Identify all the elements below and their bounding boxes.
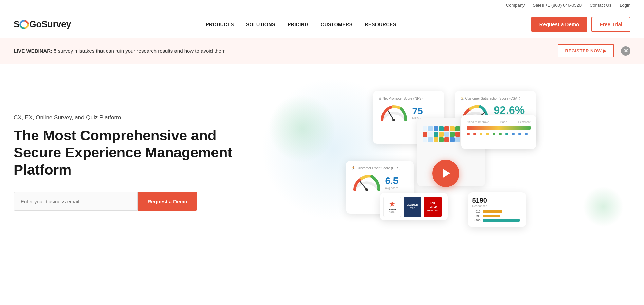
resp-bar-2 [483, 215, 500, 217]
play-triangle-icon [443, 169, 450, 178]
improve-dots-grid [467, 133, 531, 135]
webinar-message: 5 survey mistakes that can ruin your res… [54, 48, 225, 54]
nav-links: PRODUCTS SOLUTIONS PRICING CUSTOMERS RES… [200, 22, 402, 27]
g2-badge: ★ Leader 2020 [383, 197, 401, 217]
register-now-button[interactable]: REGISTER NOW ▶ [558, 44, 614, 57]
responses-card: 5190 Responses 818 790 4400 [468, 192, 526, 227]
play-button-wrap [432, 160, 459, 187]
webinar-right: REGISTER NOW ▶ ✕ [558, 44, 630, 57]
hero-subtitle: CX, EX, Online Survey, and Quiz Platform [14, 114, 244, 121]
capterra-badge: LEADER 2020 [404, 197, 421, 217]
nav-customers[interactable]: CUSTOMERS [315, 22, 359, 27]
nps-icon: ⊕ [379, 97, 381, 100]
pc-badge: PC RATED EXCELLENT [424, 197, 442, 217]
email-input[interactable] [14, 192, 138, 211]
nav-pricing[interactable]: PRICING [281, 22, 315, 27]
csat-icon: 🏃 [460, 97, 464, 100]
improve-card: Need to Improve Good Excellent [461, 115, 536, 149]
response-row-1: 818 [472, 210, 522, 213]
resp-val-2: 790 [472, 214, 481, 218]
responses-label: Responses [472, 204, 522, 208]
blob-green2 [583, 186, 624, 227]
improve-gradient-bar [467, 126, 531, 130]
nps-title: ⊕ Net Promoter Score (NPS) [379, 97, 439, 100]
nps-score: 75 [412, 106, 427, 116]
ces-score: 6.5 [385, 175, 399, 186]
main-nav: S GoSurvey PRODUCTS SOLUTIONS PRICING CU… [0, 11, 644, 38]
dashboard-area: ⊕ Net Promoter Score (NPS) [339, 91, 536, 234]
g2-year-text: 2020 [389, 211, 395, 214]
company-link[interactable]: Company [506, 3, 525, 8]
ces-gauge-wrap: 6.5 avg score [351, 173, 408, 190]
nav-solutions[interactable]: SOLUTIONS [240, 22, 281, 27]
play-button[interactable] [432, 160, 459, 187]
request-demo-button[interactable]: Request a Demo [531, 17, 588, 32]
hero-section: CX, EX, Online Survey, and Quiz Platform… [0, 64, 644, 268]
logo-text: GoSurvey [29, 19, 71, 30]
csat-title: 🏃 Customer Satisfaction Score (CSAT) [460, 97, 531, 100]
nav-products[interactable]: PRODUCTS [200, 22, 240, 27]
hero-title: The Most Comprehensive and Secure Experi… [14, 127, 244, 179]
resp-bar-1 [483, 210, 502, 213]
response-row-2: 790 [472, 214, 522, 218]
svg-point-6 [365, 188, 368, 191]
sales-link[interactable]: Sales +1 (800) 646-0520 [533, 3, 581, 8]
resp-bar-3 [483, 219, 520, 222]
webinar-text: LIVE WEBINAR: 5 survey mistakes that can… [14, 48, 225, 54]
hero-form: Request a Demo [14, 192, 197, 211]
close-banner-button[interactable]: ✕ [621, 46, 630, 56]
nav-resources[interactable]: RESOURCES [359, 22, 403, 27]
ces-sublabel: avg score [385, 186, 399, 190]
improve-label: Need to Improve [467, 120, 490, 124]
ces-title: 🏃 Customer Effort Score (CES) [351, 166, 408, 170]
webinar-banner: LIVE WEBINAR: 5 survey mistakes that can… [0, 38, 644, 64]
hero-left: CX, EX, Online Survey, and Quiz Platform… [14, 114, 244, 211]
response-row-3: 4400 [472, 219, 522, 222]
svg-point-2 [392, 119, 395, 121]
excellent-label: Excellent [518, 120, 531, 124]
login-link[interactable]: Login [620, 3, 630, 8]
webinar-label: LIVE WEBINAR: [14, 48, 52, 54]
g2-star-icon: ★ [389, 200, 395, 208]
logo-s: S [14, 19, 19, 30]
resp-val-1: 818 [472, 210, 481, 213]
hero-right: ⊕ Net Promoter Score (NPS) [244, 84, 630, 241]
logo[interactable]: S GoSurvey [14, 19, 71, 30]
ces-gauge [351, 173, 382, 190]
contact-link[interactable]: Contact Us [590, 3, 611, 8]
capterra-text: LEADER 2020 [407, 203, 418, 210]
nps-gauge [379, 103, 409, 120]
g2-leader-text: Leader [387, 208, 396, 211]
hero-cta-button[interactable]: Request a Demo [138, 192, 197, 211]
free-trial-button[interactable]: Free Trial [591, 17, 630, 32]
good-label: Good [500, 120, 507, 124]
nps-gauge-wrap: 75 NPS score [379, 103, 439, 120]
nav-buttons: Request a Demo Free Trial [531, 17, 630, 32]
responses-count: 5190 [472, 197, 522, 204]
resp-val-3: 4400 [472, 219, 481, 222]
ces-icon: 🏃 [351, 166, 355, 170]
logo-icon [19, 20, 29, 29]
badges-card: ★ Leader 2020 LEADER 2020 PC RATED EXCEL… [380, 193, 448, 220]
top-bar: Company Sales +1 (800) 646-0520 Contact … [0, 0, 644, 11]
pc-text: PC RATED EXCELLENT [427, 201, 439, 212]
blob-green [268, 95, 336, 163]
